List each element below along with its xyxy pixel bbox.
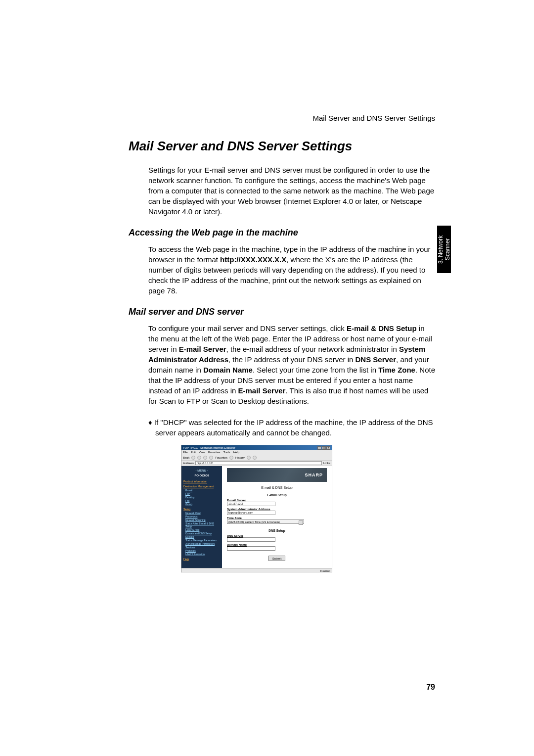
mailserver-paragraph: To configure your mail server and DNS se… (129, 323, 435, 406)
sidebar-item-ftp[interactable]: FTP (185, 492, 220, 495)
menu-favorites[interactable]: Favorites (208, 451, 221, 454)
sysadmin-label: System Administrator Address (227, 508, 327, 511)
sidebar-item-domain-dns[interactable]: Domain and DNS Setup (185, 532, 220, 535)
dns-server-label: DNS Server (227, 534, 327, 537)
sidebar-product-info[interactable]: Product Information (183, 480, 220, 483)
timezone-select[interactable]: (GMT-05:00) Eastern Time (US & Canada) (227, 520, 304, 524)
menu-help[interactable]: Help (233, 451, 239, 454)
intro-paragraph: Settings for your E-mail server and DNS … (129, 165, 435, 217)
subheading-mailserver: Mail server and DNS server (129, 307, 435, 317)
sidebar: - MENU - FO-DC600 Product Information De… (181, 466, 222, 568)
back-button[interactable]: Back (183, 456, 189, 459)
favorites-button[interactable]: Favorites (215, 456, 227, 459)
sidebar-model: FO-DC600 (183, 474, 220, 477)
sidebar-item-networkscanning[interactable]: Network Scanning (185, 519, 220, 521)
status-right: Internet (320, 569, 330, 572)
window-controls: _ □ × (317, 446, 330, 450)
menu-file[interactable]: File (183, 451, 188, 454)
sidebar-item-statusmsg[interactable]: Status Message Parameters (185, 539, 220, 542)
menu-tools[interactable]: Tools (223, 451, 230, 454)
browser-screenshot: TOP PAGE - Microsoft Internet Explorer _… (181, 445, 332, 572)
domain-name-label: Domain Name (227, 543, 327, 546)
mail-icon[interactable] (247, 456, 251, 460)
statusbar: Internet (181, 568, 332, 573)
page-number: 79 (426, 683, 435, 692)
home-icon[interactable] (203, 456, 207, 460)
stop-icon[interactable] (191, 456, 195, 460)
domain-name-input[interactable] (227, 546, 275, 551)
close-icon[interactable]: × (326, 446, 330, 450)
sidebar-help[interactable]: Help (183, 558, 220, 561)
banner: SHARP (227, 468, 327, 482)
window-titlebar: TOP PAGE - Microsoft Internet Explorer _… (181, 445, 332, 450)
address-input[interactable]: http://0.1.1.10/ (195, 461, 322, 465)
dns-setup-label: DNS Setup (227, 529, 327, 532)
menu-view[interactable]: View (199, 451, 205, 454)
maximize-icon[interactable]: □ (322, 446, 326, 450)
sidebar-item-group[interactable]: Group (185, 503, 220, 506)
email-setup-label: E-mail Setup (227, 493, 327, 497)
menu-edit[interactable]: Edit (191, 451, 196, 454)
accessing-paragraph: To access the Web page in the machine, t… (129, 244, 435, 296)
sidebar-item-desktop[interactable]: Desktop (185, 496, 220, 499)
sidebar-item-domain[interactable]: Domain (185, 535, 220, 538)
window-title: TOP PAGE - Microsoft Internet Explorer (183, 446, 235, 449)
sidebar-item-networkcard[interactable]: Network Card (185, 512, 220, 515)
menubar: File Edit View Favorites Tools Help (181, 450, 332, 455)
sidebar-setup[interactable]: Setup (183, 508, 220, 511)
sidebar-item-alertmsg[interactable]: Alert Message Parameters (185, 542, 220, 545)
links-label[interactable]: Links (323, 462, 330, 465)
sidebar-item-email[interactable]: E-mail (185, 489, 220, 492)
subheading-accessing: Accessing the Web page in the machine (129, 228, 435, 238)
main-page-title: E-mail & DNS Setup (227, 486, 327, 489)
sidebar-item-protocols[interactable]: Protocols (185, 549, 220, 552)
running-header: Mail Server and DNS Server Settings (312, 114, 435, 122)
chapter-tab: 3. Network Scanner (437, 226, 451, 273)
sidebar-item-passwords[interactable]: Passwords (185, 515, 220, 518)
address-label: Address (183, 462, 194, 465)
toolbar: Back Favorites History (181, 455, 332, 461)
brand-logo: SHARP (305, 472, 323, 477)
submit-button[interactable]: Submit (268, 556, 285, 561)
history-icon[interactable] (229, 456, 233, 460)
sidebar-menu-label: - MENU - (183, 469, 220, 472)
page-body: - MENU - FO-DC600 Product Information De… (181, 466, 332, 568)
refresh-icon[interactable] (197, 456, 201, 460)
sidebar-item-status-email-dns[interactable]: Status After E-mail & DNS Setup (185, 522, 220, 528)
email-server-input[interactable]: 10.157.12.3 (227, 502, 275, 506)
search-icon[interactable] (209, 456, 213, 460)
addressbar: Address http://0.1.1.10/ Links (181, 461, 332, 466)
sidebar-item-fax[interactable]: Fax (185, 499, 220, 502)
print-icon[interactable] (253, 456, 257, 460)
history-button[interactable]: History (235, 456, 245, 459)
email-server-label: E-mail Server (227, 499, 327, 502)
main-panel: SHARP E-mail & DNS Setup E-mail Setup E-… (222, 466, 332, 568)
sidebar-item-letter-email[interactable]: Letter E-mail (185, 528, 220, 531)
page-title: Mail Server and DNS Server Settings (129, 139, 435, 154)
sidebar-dest-mgmt[interactable]: Destination Management (183, 485, 220, 488)
sidebar-item-services[interactable]: Services (185, 546, 220, 549)
minimize-icon[interactable]: _ (317, 446, 321, 450)
sidebar-item-ifax[interactable]: I-FAX Information (185, 553, 220, 556)
dns-server-input[interactable] (227, 537, 275, 542)
sysadmin-input[interactable]: fogroup@sharp.com (227, 511, 275, 515)
bullet-dhcp: If "DHCP" was selected for the IP addres… (135, 417, 435, 438)
